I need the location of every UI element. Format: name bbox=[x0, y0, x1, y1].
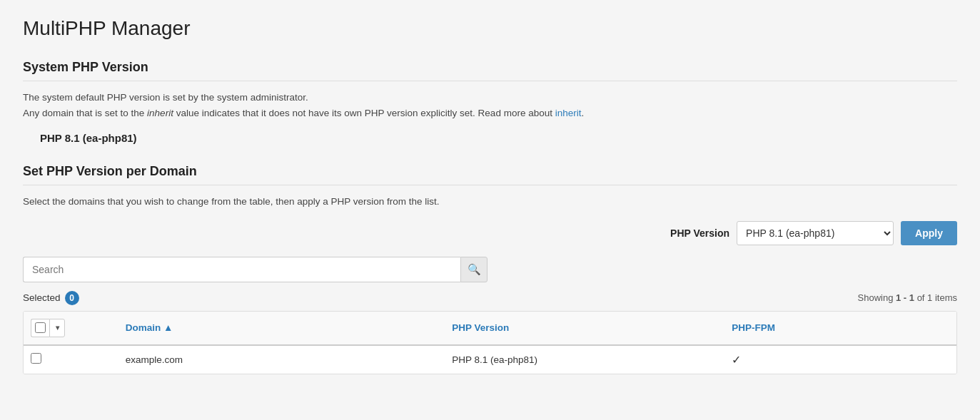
selected-label: Selected 0 bbox=[23, 291, 79, 305]
system-php-desc-inherit-italic: inherit bbox=[147, 108, 173, 118]
system-php-section: System PHP Version The system default PH… bbox=[23, 60, 957, 144]
table-header: ▾ Domain ▲ PHP Version PHP-FPM bbox=[24, 312, 956, 345]
row-checkbox[interactable] bbox=[31, 353, 41, 364]
showing-suffix: of 1 items bbox=[914, 292, 957, 303]
search-icon: 🔍 bbox=[468, 263, 481, 276]
select-all-input[interactable] bbox=[35, 322, 46, 333]
php-version-label: PHP Version bbox=[670, 227, 729, 239]
domain-php-description: Select the domains that you wish to chan… bbox=[23, 194, 957, 210]
php-version-row: PHP Version PHP 8.1 (ea-php81) PHP 8.0 (… bbox=[23, 221, 957, 245]
showing-prefix: Showing bbox=[858, 292, 896, 303]
system-php-desc-line2-suffix: . bbox=[581, 108, 584, 118]
section-divider-1 bbox=[23, 81, 957, 81]
domain-php-section: Set PHP Version per Domain Select the do… bbox=[23, 164, 957, 374]
select-all-split-button[interactable]: ▾ bbox=[31, 319, 108, 337]
select-all-dropdown[interactable]: ▾ bbox=[49, 319, 65, 337]
select-all-checkbox[interactable] bbox=[31, 319, 49, 337]
apply-button[interactable]: Apply bbox=[901, 221, 957, 245]
selected-badge: 0 bbox=[65, 291, 79, 305]
php-fpm-header-label: PHP-FPM bbox=[732, 322, 775, 333]
system-php-desc-line2-middle: value indicates that it does not have it… bbox=[173, 108, 555, 118]
table-body: example.com PHP 8.1 (ea-php81) ✓ bbox=[24, 345, 956, 374]
inherit-link[interactable]: inherit bbox=[555, 108, 582, 118]
fpm-checkmark-icon: ✓ bbox=[732, 354, 741, 366]
row-php-fpm: ✓ bbox=[723, 345, 956, 374]
system-php-description: The system default PHP version is set by… bbox=[23, 90, 957, 121]
php-version-select[interactable]: PHP 8.1 (ea-php81) PHP 8.0 (ea-php80) PH… bbox=[737, 221, 894, 245]
page-title: MultiPHP Manager bbox=[23, 17, 957, 40]
chevron-down-icon: ▾ bbox=[56, 324, 59, 332]
selected-text: Selected bbox=[23, 292, 61, 303]
header-php-fpm[interactable]: PHP-FPM bbox=[723, 312, 956, 345]
table-row: example.com PHP 8.1 (ea-php81) ✓ bbox=[24, 345, 956, 374]
system-php-heading: System PHP Version bbox=[23, 60, 957, 75]
section-divider-2 bbox=[23, 185, 957, 185]
search-button[interactable]: 🔍 bbox=[460, 257, 488, 282]
row-checkbox-cell[interactable] bbox=[24, 345, 117, 374]
showing-range: 1 - 1 bbox=[896, 292, 914, 303]
php-version-header-label: PHP Version bbox=[452, 322, 509, 333]
header-php-version[interactable]: PHP Version bbox=[443, 312, 723, 345]
showing-text: Showing 1 - 1 of 1 items bbox=[858, 292, 957, 303]
header-checkbox-col: ▾ bbox=[24, 312, 117, 345]
table-header-row: ▾ Domain ▲ PHP Version PHP-FPM bbox=[24, 312, 956, 345]
domain-php-heading: Set PHP Version per Domain bbox=[23, 164, 957, 179]
system-php-version-value: PHP 8.1 (ea-php81) bbox=[40, 132, 957, 144]
row-php-version: PHP 8.1 (ea-php81) bbox=[443, 345, 723, 374]
selected-showing-row: Selected 0 Showing 1 - 1 of 1 items bbox=[23, 291, 957, 305]
system-php-desc-line2-prefix: Any domain that is set to the bbox=[23, 108, 147, 118]
search-row: 🔍 bbox=[23, 257, 957, 282]
header-domain[interactable]: Domain ▲ bbox=[117, 312, 443, 345]
row-domain: example.com bbox=[117, 345, 443, 374]
domains-table: ▾ Domain ▲ PHP Version PHP-FPM bbox=[24, 312, 956, 374]
system-php-desc-line1: The system default PHP version is set by… bbox=[23, 92, 308, 103]
domains-table-container: ▾ Domain ▲ PHP Version PHP-FPM bbox=[23, 311, 957, 374]
domain-header-label: Domain ▲ bbox=[126, 322, 173, 333]
search-input[interactable] bbox=[23, 257, 460, 282]
